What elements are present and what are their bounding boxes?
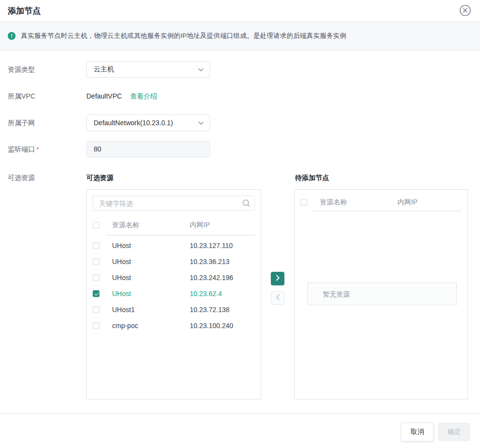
select-all-checkbox[interactable] [300,199,307,206]
subnet-label: 所属子网 [8,115,35,131]
banner-text: 真实服务节点时云主机，物理云主机或其他服务实例的IP地址及提供端口组成。是处理请… [21,32,347,40]
row-checkbox[interactable] [93,274,99,281]
close-icon [460,10,471,17]
left-panel-title: 可选资源 [86,173,114,182]
table-row[interactable]: UHost 10.23.36.213 [93,253,255,269]
row-resource-name: UHost [112,290,190,298]
table-header-divider [106,235,255,235]
row-resource-name: UHost [112,242,190,249]
column-header-name: 资源名称 [112,221,190,230]
empty-state: 暂无资源 [307,282,457,305]
row-resource-name: UHost [112,274,190,282]
required-asterisk: * [36,146,39,153]
table-header-divider [313,211,462,211]
pending-nodes-panel: 资源名称 内网IP 暂无资源 [294,189,468,399]
left-table-header: 资源名称 内网IP [93,220,255,230]
table-row[interactable]: UHost 10.23.127.110 [93,237,255,253]
resource-type-label: 资源类型 [8,61,35,78]
resource-rows: UHost 10.23.127.110 UHost 10.23.36.213 U… [93,237,255,333]
cancel-button[interactable]: 取消 [401,423,433,441]
info-icon: ! [8,32,16,40]
right-table-header: 资源名称 内网IP [300,196,462,209]
vpc-detail-link[interactable]: 查看介绍 [130,92,157,100]
row-resource-name: UHost [112,258,190,265]
row-resource-name: cmp-poc [112,322,190,330]
row-internal-ip: 10.23.127.110 [190,242,255,249]
resources-label: 可选资源 [8,173,35,182]
chevron-down-icon [198,118,204,127]
vpc-label: 所属VPC [8,92,35,100]
table-row[interactable]: UHost1 10.23.72.138 [93,301,255,317]
search-input[interactable] [93,196,255,211]
subnet-value: DefaultNetwork(10.23.0.1) [94,119,198,127]
column-header-ip: 内网IP [397,198,462,207]
chevron-down-icon [198,65,204,74]
row-internal-ip: 10.23.100.240 [190,322,255,330]
row-internal-ip: 10.23.72.138 [190,306,255,314]
resource-type-value: 云主机 [94,65,198,74]
move-left-button[interactable] [271,291,284,305]
move-right-button[interactable] [271,272,284,285]
row-checkbox[interactable] [93,258,99,265]
row-internal-ip: 10.23.242.196 [190,274,255,282]
available-resources-panel: 资源名称 内网IP UHost 10.23.127.110 UHost 10.2… [86,189,261,399]
table-row[interactable]: UHost 10.23.242.196 [93,269,255,285]
confirm-button[interactable]: 确定 [438,423,470,441]
search-icon [242,199,250,209]
right-panel-title: 待添加节点 [295,173,329,182]
row-resource-name: UHost1 [112,306,190,314]
table-row[interactable]: cmp-poc 10.23.100.240 [93,317,255,333]
row-internal-ip: 10.23.62.4 [190,290,255,298]
info-banner: ! 真实服务节点时云主机，物理云主机或其他服务实例的IP地址及提供端口组成。是处… [0,22,480,50]
close-button[interactable] [460,5,471,16]
table-row[interactable]: UHost 10.23.62.4 [93,285,255,301]
listen-port-input[interactable] [86,141,210,157]
dialog-title: 添加节点 [8,6,41,17]
subnet-select[interactable]: DefaultNetwork(10.23.0.1) [86,115,210,131]
row-checkbox[interactable] [93,290,99,297]
row-checkbox[interactable] [93,306,99,313]
select-all-checkbox[interactable] [93,222,99,229]
column-header-ip: 内网IP [190,221,255,230]
row-internal-ip: 10.23.36.213 [190,258,255,265]
chevron-left-icon [276,294,280,302]
vpc-value: DefaultVPC [86,92,122,100]
listen-port-label: 监听端口* [8,141,39,157]
resource-type-select[interactable]: 云主机 [86,61,210,78]
footer-divider [0,413,480,414]
row-checkbox[interactable] [93,242,99,249]
chevron-right-icon [276,275,280,282]
column-header-name: 资源名称 [320,198,397,207]
row-checkbox[interactable] [93,322,99,329]
